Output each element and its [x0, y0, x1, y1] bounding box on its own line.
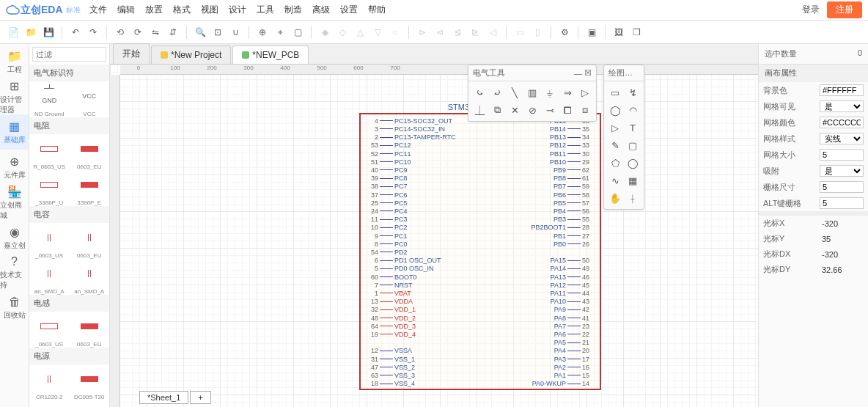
pin-row[interactable]: 3PC14-SOC32_INPB1435 — [361, 125, 600, 132]
p2-icon[interactable]: ⊲ — [433, 25, 447, 40]
t5-icon[interactable]: ○ — [388, 25, 402, 40]
nav-lib[interactable]: ▦基础库 — [0, 114, 29, 150]
lib-item[interactable] — [29, 134, 70, 164]
lib-item[interactable] — [70, 312, 110, 341]
pin-row[interactable]: 11PC3PB355 — [361, 216, 600, 222]
menu-设置[interactable]: 设置 — [340, 4, 358, 16]
circle-icon[interactable]: ◯ — [607, 102, 623, 118]
menu-制造[interactable]: 制造 — [284, 4, 302, 16]
hand-icon[interactable]: ✋ — [607, 190, 623, 206]
lib-item[interactable] — [29, 223, 70, 252]
pin-row[interactable]: 5PD0 OSC_INPA1449 — [361, 265, 600, 272]
new-icon[interactable]: 📄 — [6, 25, 21, 40]
lib-item[interactable] — [70, 170, 110, 199]
t2-icon[interactable]: ◇ — [335, 25, 350, 40]
pin-row[interactable]: 10PC2PB2BOOT128 — [361, 224, 600, 231]
nav-shop[interactable]: 🏪立创商城 — [0, 185, 29, 220]
ic-icon[interactable]: ⧠ — [559, 102, 575, 118]
pin-row[interactable]: 19VDD_4PA622 — [361, 331, 600, 337]
close-icon[interactable]: ☒ — [584, 68, 592, 78]
pin-row[interactable]: 60BOOT0PA1346 — [361, 274, 600, 280]
pin-row[interactable]: 18VSS_4PA0-WKUP14 — [361, 380, 600, 386]
pin-row[interactable]: 6PD1 OSC_OUTPA1550 — [361, 257, 600, 263]
img-icon[interactable]: 🖼 — [611, 25, 626, 40]
tab[interactable]: *New Project — [151, 45, 231, 64]
busrip-icon[interactable]: ⤙ — [542, 102, 558, 118]
menu-高级[interactable]: 高级 — [312, 4, 330, 16]
p3-icon[interactable]: ⊴ — [450, 25, 465, 40]
prop-input[interactable] — [820, 181, 864, 193]
pin-row[interactable]: 54PD2 — [361, 249, 600, 255]
pin-row[interactable]: 39PC8PB861 — [361, 175, 600, 181]
wire-icon[interactable]: ⤿ — [471, 84, 488, 100]
image-icon[interactable]: ▦ — [625, 172, 641, 188]
dim-icon[interactable]: ⟊ — [625, 190, 641, 206]
play-icon[interactable]: ▷ — [607, 120, 623, 136]
flag-icon[interactable]: ▷ — [577, 84, 593, 100]
nav-design[interactable]: ⊞设计管理器 — [0, 79, 29, 114]
add-sheet-button[interactable]: + — [190, 391, 210, 404]
pin-row[interactable]: 64VDD_3PA723 — [361, 323, 600, 329]
pin-row[interactable]: 52PC11PB1130 — [361, 150, 600, 157]
prop-input[interactable]: 实线 — [820, 133, 864, 144]
nav-help[interactable]: ?技术支持 — [0, 255, 29, 290]
panel-icon[interactable]: ▣ — [584, 25, 599, 40]
arc-icon[interactable]: ◠ — [625, 102, 641, 118]
net-icon[interactable]: ▥ — [524, 84, 540, 100]
menu-格式[interactable]: 格式 — [173, 4, 191, 16]
noconnect-icon[interactable]: ⊘ — [524, 102, 540, 118]
p1-icon[interactable]: ⊳ — [415, 25, 430, 40]
menu-工具[interactable]: 工具 — [257, 4, 274, 16]
pencil-icon[interactable]: ✎ — [607, 137, 623, 153]
pin-row[interactable]: 37PC6PB658 — [361, 191, 600, 198]
hier-icon[interactable]: ⧈ — [577, 102, 593, 118]
pin-row[interactable]: 7NRSTPA1245 — [361, 282, 600, 288]
minimize-icon[interactable]: — — [574, 69, 582, 78]
pin-row[interactable]: 47VSS_2PA216 — [361, 364, 600, 370]
vcc-icon[interactable]: ⏊ — [471, 102, 488, 118]
signup-button[interactable]: 注册 — [827, 1, 862, 18]
lib-item[interactable] — [29, 364, 70, 394]
menu-设计[interactable]: 设计 — [229, 4, 246, 16]
nav-folder[interactable]: 📁工程 — [0, 44, 29, 79]
component-stm32[interactable]: U1 STM32F103RBT6 4PC15-SOC32_OUTPB15363P… — [359, 94, 601, 390]
pin-row[interactable]: 48VDD_2PA841 — [361, 315, 600, 321]
lib-item[interactable]: GND — [29, 81, 70, 111]
menu-编辑[interactable]: 编辑 — [117, 4, 135, 16]
lib-item[interactable] — [70, 259, 110, 288]
pin-row[interactable]: 38PC7PB759 — [361, 183, 600, 190]
sheet-tab[interactable]: *Sheet_1 — [139, 391, 188, 404]
zoom-icon[interactable]: 🔍 — [193, 25, 207, 40]
poly-icon[interactable]: ⬠ — [607, 155, 623, 171]
pin-row[interactable]: 9PC1PB127 — [361, 232, 600, 239]
library-filter-input[interactable] — [32, 47, 106, 62]
layers-icon[interactable]: ❒ — [629, 25, 644, 40]
target-icon[interactable]: ⊕ — [255, 25, 270, 40]
electrical-toolbar[interactable]: 电气工具— ☒ ⤿ ⤾ ╲ ▥ ⏚ ⇒ ▷ ⏊ ⧉ ✕ ⊘ ⤙ ⧠ ⧈ — [468, 65, 597, 122]
p5-icon[interactable]: ◁ — [485, 25, 500, 40]
label-icon[interactable]: ⇒ — [559, 84, 575, 100]
lib-item[interactable] — [29, 259, 70, 288]
lib-item[interactable] — [29, 170, 70, 199]
pin-row[interactable]: 63VSS_3PA115 — [361, 372, 600, 378]
pin-row[interactable]: 25PC5PB557 — [361, 199, 600, 206]
lib-item[interactable] — [29, 312, 70, 341]
rect-icon[interactable]: ▢ — [625, 137, 641, 153]
prop-input[interactable] — [820, 117, 864, 128]
t3-icon[interactable]: △ — [353, 25, 367, 40]
g1-icon[interactable]: ▭ — [512, 25, 527, 40]
pin-row[interactable]: 32VDD_1PA942 — [361, 307, 600, 313]
rotate-right-icon[interactable]: ⟳ — [130, 25, 145, 40]
pin-row[interactable]: PA521 — [361, 339, 600, 345]
lib-item[interactable] — [70, 134, 110, 164]
flip-v-icon[interactable]: ⇵ — [166, 25, 180, 40]
text-icon[interactable]: T — [625, 120, 641, 136]
prop-input[interactable]: 是 — [820, 100, 864, 112]
line-icon[interactable]: ╲ — [507, 84, 523, 100]
save-icon[interactable]: 💾 — [41, 25, 56, 40]
tab[interactable]: 开始 — [113, 43, 150, 64]
draw-toolbar[interactable]: 绘图… ▭↯ ◯◠ ▷T ✎▢ ⬠◯ ∿▦ ✋⟊ — [603, 65, 644, 210]
lib-item[interactable] — [70, 223, 110, 252]
zoom-fit-icon[interactable]: ⊡ — [210, 25, 225, 40]
gnd-icon[interactable]: ⏚ — [542, 84, 558, 100]
